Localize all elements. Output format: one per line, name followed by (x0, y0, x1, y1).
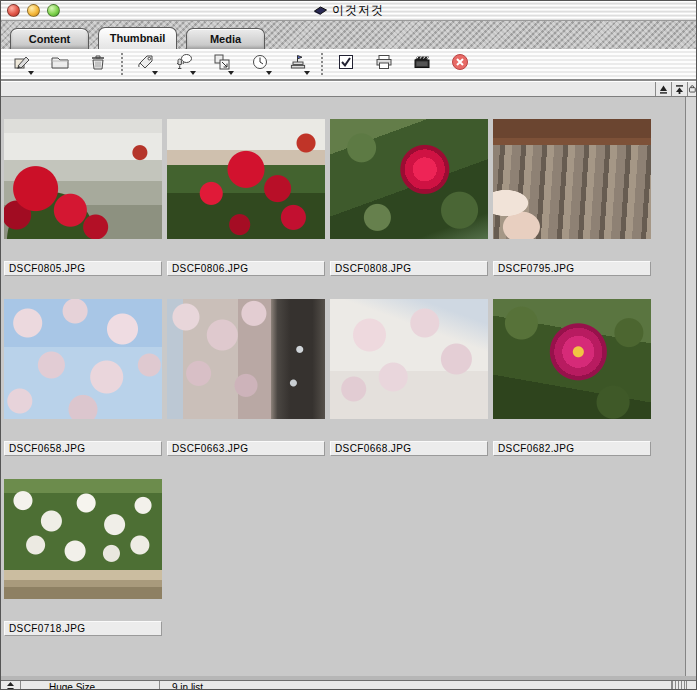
thumbnail-cell: DSCF0682.JPG (493, 299, 656, 479)
sort-buttons (655, 82, 696, 96)
thumbnail-filename[interactable]: DSCF0718.JPG (4, 621, 162, 636)
minimize-button[interactable] (27, 4, 40, 17)
resize-button[interactable] (209, 51, 235, 77)
sort-top-button[interactable] (671, 82, 687, 96)
book-icon (313, 2, 327, 20)
thumbnail-image[interactable] (330, 119, 488, 239)
thumbnail-cell: DSCF0663.JPG (167, 299, 330, 479)
media-icon (412, 52, 432, 76)
dropdown-caret-icon (304, 71, 310, 75)
thumbnail-grid: DSCF0805.JPGDSCF0806.JPGDSCF0808.JPGDSCF… (4, 119, 684, 659)
send-button[interactable] (285, 51, 311, 77)
close-red-icon (450, 52, 470, 76)
thumbnail-filename[interactable]: DSCF0806.JPG (167, 261, 325, 276)
dropdown-caret-icon (190, 71, 196, 75)
print-button[interactable] (371, 51, 397, 77)
thumbnail-filename[interactable]: DSCF0795.JPG (493, 261, 651, 276)
thumbnail-filename[interactable]: DSCF0668.JPG (330, 441, 488, 456)
dropdown-caret-icon (228, 71, 234, 75)
thumbnail-cell: DSCF0718.JPG (4, 479, 167, 659)
item-count-label: 9 in list (160, 681, 672, 689)
tab-bar: ContentThumbnailMedia (1, 21, 696, 49)
thumbnail-filename[interactable]: DSCF0805.JPG (4, 261, 162, 276)
thumbnail-image[interactable] (4, 479, 162, 599)
print-icon (374, 52, 394, 76)
tab-media[interactable]: Media (186, 28, 265, 49)
thumbnail-image[interactable] (167, 299, 325, 419)
status-bar-row: Huge Size 9 in list (1, 681, 696, 689)
toolbar-group (9, 51, 111, 77)
window-title-group: 이것저것 (313, 2, 384, 20)
thumbnail-cell: DSCF0658.JPG (4, 299, 167, 479)
thumbnail-filename[interactable]: DSCF0663.JPG (167, 441, 325, 456)
thumbnail-size-selector[interactable]: Huge Size (21, 681, 160, 689)
thumbnail-image[interactable] (4, 119, 162, 239)
thumbnail-cell: DSCF0806.JPG (167, 119, 330, 299)
toolbar-separator (121, 53, 123, 75)
zoom-button[interactable] (47, 4, 60, 17)
thumbnail-image[interactable] (493, 299, 651, 419)
close-button[interactable] (7, 4, 20, 17)
clock-button[interactable] (247, 51, 273, 77)
media-button[interactable] (409, 51, 435, 77)
sort-ascending-button[interactable] (655, 82, 671, 96)
dropdown-caret-icon (152, 71, 158, 75)
thumbnail-filename[interactable]: DSCF0658.JPG (4, 441, 162, 456)
sort-extra-button[interactable] (687, 82, 696, 96)
toolbar (1, 49, 696, 81)
toolbar-group (133, 51, 311, 77)
close-red-button[interactable] (447, 51, 473, 77)
thumbnail-content: DSCF0805.JPGDSCF0806.JPGDSCF0808.JPGDSCF… (1, 97, 696, 678)
scrollbar-corner (686, 681, 696, 689)
trash-icon (88, 52, 108, 76)
thumbnail-filename[interactable]: DSCF0808.JPG (330, 261, 488, 276)
folder-button[interactable] (47, 51, 73, 77)
checkbox-icon (336, 52, 356, 76)
dropdown-caret-icon (28, 71, 34, 75)
thumbnail-cell: DSCF0668.JPG (330, 299, 493, 479)
dropdown-caret-icon (266, 71, 272, 75)
toolbar-group (333, 51, 473, 77)
folder-icon (50, 52, 70, 76)
thumbnail-filename[interactable]: DSCF0682.JPG (493, 441, 651, 456)
vertical-scrollbar[interactable] (685, 97, 696, 678)
thumbnail-image[interactable] (4, 299, 162, 419)
thumbnail-image[interactable] (167, 119, 325, 239)
title-bar: 이것저것 (1, 1, 696, 21)
tab-thumbnail[interactable]: Thumbnail (98, 27, 177, 49)
thumbnail-image[interactable] (493, 119, 651, 239)
checkbox-button[interactable] (333, 51, 359, 77)
window-title: 이것저것 (332, 2, 384, 19)
thumbnail-image[interactable] (330, 299, 488, 419)
voice-annotation-button[interactable] (171, 51, 197, 77)
status-bar: Huge Size 9 in list (1, 676, 696, 689)
toolbar-separator (321, 53, 323, 75)
tab-content[interactable]: Content (10, 28, 89, 49)
resize-grip[interactable] (672, 681, 686, 689)
tag-button[interactable] (133, 51, 159, 77)
updown-arrows-icon[interactable] (1, 681, 21, 689)
thumbnail-cell: DSCF0795.JPG (493, 119, 656, 299)
thumbnail-cell: DSCF0808.JPG (330, 119, 493, 299)
app-window: 이것저것 ContentThumbnailMedia DSCF0805.JPGD… (0, 0, 697, 690)
edit-label-button[interactable] (9, 51, 35, 77)
header-bar (1, 81, 696, 97)
trash-button[interactable] (85, 51, 111, 77)
thumbnail-cell: DSCF0805.JPG (4, 119, 167, 299)
